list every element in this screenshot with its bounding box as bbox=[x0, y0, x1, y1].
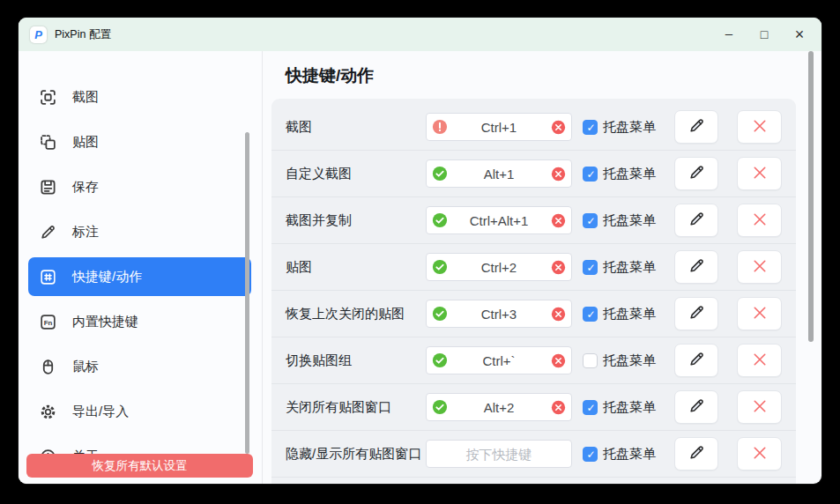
tray-menu-checkbox[interactable] bbox=[583, 353, 598, 368]
edit-hotkey-button[interactable] bbox=[674, 437, 718, 471]
pencil-icon bbox=[688, 116, 706, 137]
hotkey-field bbox=[426, 346, 572, 374]
tray-menu-option: 托盘菜单 bbox=[583, 166, 664, 182]
hotkey-valid-icon bbox=[432, 306, 448, 322]
tray-menu-checkbox[interactable] bbox=[583, 167, 598, 182]
close-icon[interactable]: × bbox=[782, 18, 817, 51]
hotkey-clear-icon[interactable] bbox=[551, 260, 566, 275]
main-scrollbar-thumb[interactable] bbox=[808, 51, 814, 342]
delete-hotkey-button[interactable] bbox=[737, 390, 782, 424]
sidebar-scrollbar-thumb[interactable] bbox=[245, 132, 249, 454]
delete-x-icon bbox=[750, 443, 769, 465]
hotkey-row: 关闭所有贴图窗口 bbox=[271, 384, 796, 431]
hotkey-hash-icon bbox=[39, 268, 57, 286]
pencil-icon bbox=[688, 256, 706, 278]
hotkey-warning-icon bbox=[432, 119, 448, 135]
tray-menu-option: 托盘菜单 bbox=[583, 399, 664, 416]
edit-hotkey-button[interactable] bbox=[674, 250, 718, 284]
hotkey-field bbox=[426, 113, 572, 141]
hotkey-row: 隐藏/显示所有贴图窗口 bbox=[271, 431, 796, 478]
tray-menu-checkbox[interactable] bbox=[583, 307, 598, 322]
tray-menu-checkbox[interactable] bbox=[583, 120, 598, 135]
hotkey-row-label: 恢复上次关闭的贴图 bbox=[286, 306, 426, 322]
hotkey-valid-icon bbox=[432, 352, 448, 368]
window-title: PixPin 配置 bbox=[55, 27, 111, 42]
hotkey-clear-icon[interactable] bbox=[551, 213, 566, 228]
edit-hotkey-button[interactable] bbox=[674, 297, 718, 330]
delete-hotkey-button[interactable] bbox=[737, 344, 782, 377]
sidebar: 截图 贴图 bbox=[19, 51, 263, 484]
delete-hotkey-button[interactable] bbox=[737, 437, 782, 471]
hotkey-clear-icon[interactable] bbox=[551, 120, 566, 135]
tray-menu-option: 托盘菜单 bbox=[583, 212, 664, 229]
sidebar-item-pin-image[interactable]: 贴图 bbox=[28, 122, 251, 161]
sidebar-item-export-import[interactable]: 导出/导入 bbox=[28, 392, 251, 431]
restore-defaults-button[interactable]: 恢复所有默认设置 bbox=[26, 454, 253, 478]
maximize-icon[interactable]: □ bbox=[747, 18, 782, 51]
page-title: 快捷键/动作 bbox=[286, 64, 374, 87]
sidebar-nav: 截图 贴图 bbox=[28, 78, 251, 482]
sidebar-item-label: 保存 bbox=[72, 179, 99, 196]
hotkey-field bbox=[426, 253, 572, 281]
edit-hotkey-button[interactable] bbox=[674, 204, 718, 237]
delete-x-icon bbox=[750, 116, 769, 138]
sidebar-item-screenshot[interactable]: 截图 bbox=[28, 78, 251, 116]
hotkey-row: 截图 bbox=[271, 104, 796, 151]
tray-menu-checkbox[interactable] bbox=[583, 213, 598, 228]
hotkey-field bbox=[426, 206, 572, 234]
sidebar-item-builtin-hotkeys[interactable]: Fn 内置快捷键 bbox=[28, 302, 251, 341]
hotkey-field bbox=[426, 440, 572, 468]
sidebar-item-label: 内置快捷键 bbox=[72, 314, 138, 330]
delete-hotkey-button[interactable] bbox=[737, 157, 782, 190]
minimize-icon[interactable]: – bbox=[711, 18, 747, 53]
hotkey-row-label: 截图 bbox=[286, 119, 426, 136]
pencil-icon bbox=[688, 303, 706, 324]
hotkey-field bbox=[426, 393, 572, 421]
tray-menu-label: 托盘菜单 bbox=[603, 446, 656, 463]
tray-menu-option: 托盘菜单 bbox=[583, 446, 664, 463]
tray-menu-checkbox[interactable] bbox=[583, 447, 598, 462]
hotkey-clear-icon[interactable] bbox=[551, 167, 566, 182]
delete-hotkey-button[interactable] bbox=[737, 110, 782, 144]
sidebar-item-label: 鼠标 bbox=[72, 359, 99, 375]
delete-x-icon bbox=[750, 350, 769, 372]
hotkey-clear-icon[interactable] bbox=[551, 353, 566, 368]
sidebar-item-mouse[interactable]: 鼠标 bbox=[28, 347, 251, 386]
pencil-icon bbox=[688, 443, 706, 464]
sidebar-item-hotkeys-actions[interactable]: 快捷键/动作 bbox=[28, 257, 251, 296]
hotkey-row-label: 贴图 bbox=[286, 259, 426, 276]
sidebar-item-label: 快捷键/动作 bbox=[72, 269, 142, 285]
delete-x-icon bbox=[750, 303, 769, 325]
tray-menu-label: 托盘菜单 bbox=[603, 306, 656, 322]
main-content: 快捷键/动作 截图 bbox=[263, 51, 821, 484]
tray-menu-option: 托盘菜单 bbox=[583, 119, 664, 136]
sidebar-item-save[interactable]: 保存 bbox=[28, 167, 251, 206]
pixpin-config-window: P PixPin 配置 – □ × 截图 bbox=[19, 18, 821, 484]
edit-hotkey-button[interactable] bbox=[674, 344, 718, 377]
delete-x-icon bbox=[750, 397, 769, 419]
hotkey-input[interactable] bbox=[426, 440, 572, 468]
hotkey-clear-icon[interactable] bbox=[551, 307, 566, 322]
tray-menu-label: 托盘菜单 bbox=[603, 259, 656, 276]
delete-hotkey-button[interactable] bbox=[737, 297, 782, 330]
sidebar-item-annotate[interactable]: 标注 bbox=[28, 212, 251, 251]
sidebar-item-label: 贴图 bbox=[72, 134, 99, 151]
delete-hotkey-button[interactable] bbox=[737, 250, 782, 284]
fn-key-icon: Fn bbox=[39, 313, 57, 331]
edit-hotkey-button[interactable] bbox=[674, 157, 718, 190]
hotkey-row: 恢复上次关闭的贴图 bbox=[271, 291, 796, 337]
edit-hotkey-button[interactable] bbox=[674, 110, 718, 144]
sidebar-item-label: 标注 bbox=[72, 224, 99, 241]
hotkey-valid-icon bbox=[432, 166, 448, 182]
titlebar: P PixPin 配置 – □ × bbox=[19, 18, 821, 51]
tray-menu-option: 托盘菜单 bbox=[583, 352, 664, 369]
hotkey-clear-icon[interactable] bbox=[551, 400, 566, 415]
delete-x-icon bbox=[750, 163, 769, 185]
tray-menu-label: 托盘菜单 bbox=[603, 399, 656, 416]
tray-menu-checkbox[interactable] bbox=[583, 260, 598, 275]
delete-hotkey-button[interactable] bbox=[737, 204, 782, 237]
window-controls: – □ × bbox=[711, 18, 821, 51]
tray-menu-label: 托盘菜单 bbox=[603, 212, 656, 229]
tray-menu-checkbox[interactable] bbox=[583, 400, 598, 415]
edit-hotkey-button[interactable] bbox=[674, 390, 718, 424]
